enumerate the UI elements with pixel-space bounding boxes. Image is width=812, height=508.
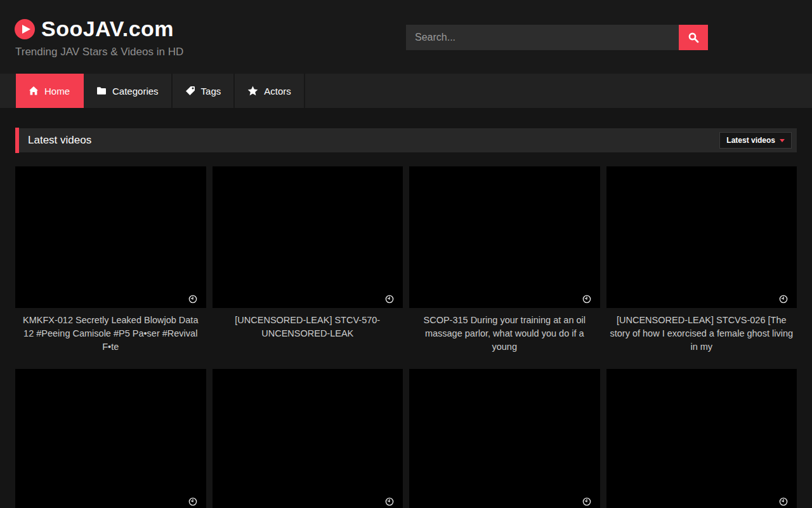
video-card: HPSM-186 Girl @ Era Alice bbox=[606, 369, 797, 508]
clock-icon bbox=[582, 497, 591, 506]
nav-label: Actors bbox=[264, 86, 291, 97]
home-icon bbox=[29, 86, 39, 96]
video-thumbnail[interactable] bbox=[15, 369, 206, 508]
nav-item-categories[interactable]: Categories bbox=[84, 74, 173, 108]
section-title: Latest videos bbox=[28, 134, 91, 147]
star-icon bbox=[247, 86, 258, 96]
video-card: [UNCENSORED-LEAK] MXGS-1296 Absolutely bbox=[213, 369, 403, 508]
clock-icon bbox=[385, 295, 394, 304]
nav-label: Home bbox=[44, 86, 70, 97]
clock-icon bbox=[779, 497, 788, 506]
sort-dropdown-button[interactable]: Latest videos bbox=[719, 132, 792, 149]
nav-item-tags[interactable]: Tags bbox=[173, 74, 235, 108]
video-card: [UNCENSORED-LEAK] STCVS-026 [The story o… bbox=[606, 166, 797, 354]
play-logo-icon bbox=[15, 19, 35, 39]
video-title[interactable]: [UNCENSORED-LEAK] STCVS-026 [The story o… bbox=[610, 314, 794, 354]
clock-icon bbox=[779, 295, 788, 304]
search-icon bbox=[688, 32, 699, 43]
folder-icon bbox=[96, 86, 107, 96]
clock-icon bbox=[188, 295, 197, 304]
clock-icon bbox=[385, 497, 394, 506]
sort-dropdown-label: Latest videos bbox=[726, 136, 775, 145]
nav-item-actors[interactable]: Actors bbox=[235, 74, 305, 108]
video-thumbnail[interactable] bbox=[606, 369, 797, 508]
main-nav: Home Categories Tags Actors bbox=[0, 74, 812, 108]
video-thumbnail[interactable] bbox=[606, 166, 797, 308]
video-title[interactable]: SCOP-315 During your training at an oil … bbox=[412, 314, 597, 354]
video-grid: KMKFX-012 Secretly Leaked Blowjob Data 1… bbox=[15, 166, 797, 508]
nav-label: Tags bbox=[201, 86, 221, 97]
section-accent-bar bbox=[15, 128, 19, 153]
search-button[interactable] bbox=[679, 25, 708, 50]
site-header: SooJAV.com Trending JAV Stars & Videos i… bbox=[0, 0, 812, 74]
video-title[interactable]: [UNCENSORED-LEAK] STCV-570-UNCENSORED-LE… bbox=[216, 314, 400, 340]
video-card: KMKFX-012 Secretly Leaked Blowjob Data 1… bbox=[15, 166, 206, 354]
video-thumbnail[interactable] bbox=[15, 166, 206, 308]
video-thumbnail[interactable] bbox=[409, 166, 600, 308]
nav-label: Categories bbox=[112, 86, 159, 97]
caret-down-icon bbox=[780, 139, 785, 142]
video-thumbnail[interactable] bbox=[213, 369, 403, 508]
search-input[interactable] bbox=[406, 25, 679, 50]
section-header: Latest videos Latest videos bbox=[15, 128, 797, 152]
video-card: SCOP-315 During your training at an oil … bbox=[409, 166, 600, 354]
site-tagline: Trending JAV Stars & Videos in HD bbox=[15, 46, 183, 58]
tag-icon bbox=[185, 86, 195, 96]
clock-icon bbox=[188, 497, 197, 506]
video-card: [UNCENSORED-LEAK] STCV-570-UNCENSORED-LE… bbox=[213, 166, 403, 354]
nav-item-home[interactable]: Home bbox=[16, 74, 84, 108]
video-thumbnail[interactable] bbox=[213, 166, 403, 308]
brand-link[interactable]: SooJAV.com Trending JAV Stars & Videos i… bbox=[15, 17, 183, 58]
clock-icon bbox=[582, 295, 591, 304]
main-content: Latest videos Latest videos KMKFX-012 Se… bbox=[0, 128, 812, 508]
video-title[interactable]: KMKFX-012 Secretly Leaked Blowjob Data 1… bbox=[18, 314, 203, 354]
video-card: [UNCENSORED-LEAK] MLA-231 [3 shots in bbox=[409, 369, 600, 508]
video-card: NAMH-042 H Cup Big Tits Newcomer (170cm … bbox=[15, 369, 206, 508]
search-form bbox=[406, 25, 708, 50]
site-title: SooJAV.com bbox=[41, 17, 174, 41]
video-thumbnail[interactable] bbox=[409, 369, 600, 508]
